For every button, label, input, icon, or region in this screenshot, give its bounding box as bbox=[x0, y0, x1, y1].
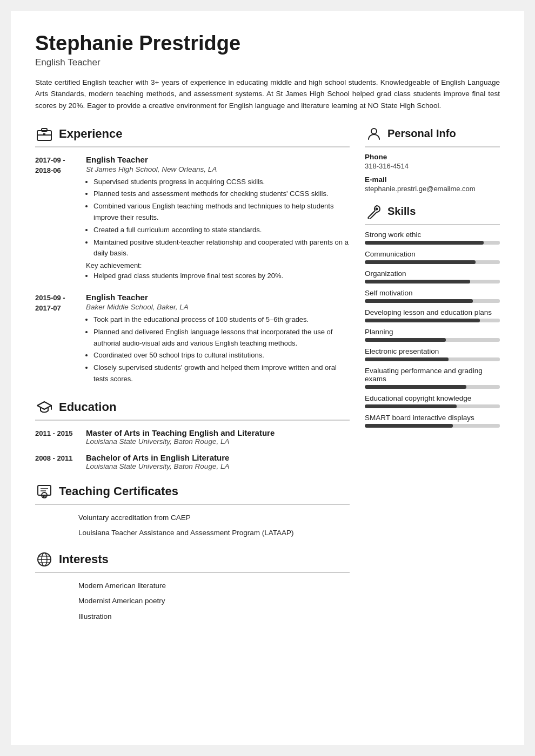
exp-bullet-0-4: Maintained positive student-teacher rela… bbox=[93, 237, 350, 260]
certificates-icon bbox=[35, 482, 54, 501]
education-section: Education 2011 - 2015Master of Arts in T… bbox=[35, 398, 350, 470]
edu-degree-0: Master of Arts in Teaching English and L… bbox=[86, 428, 350, 437]
skill-bar-container-5 bbox=[365, 338, 500, 342]
skill-name-8: Educational copyright knowledge bbox=[365, 394, 500, 402]
skill-item-0: Strong work ethic bbox=[365, 231, 500, 245]
exp-school-0: St James High School, New Orleans, LA bbox=[86, 165, 350, 173]
email-label: E-mail bbox=[365, 176, 500, 184]
exp-school-1: Baker Middle School, Baker, LA bbox=[86, 303, 350, 311]
skill-item-6: Electronic presentation bbox=[365, 347, 500, 361]
edu-content-0: Master of Arts in Teaching English and L… bbox=[86, 428, 350, 446]
interest-items: Modern American literatureModernist Amer… bbox=[35, 580, 350, 622]
email-value: stephanie.prestri.ge@emailme.com bbox=[365, 185, 500, 193]
skill-item-3: Self motivation bbox=[365, 289, 500, 303]
skill-name-7: Evaluating performance and grading exams bbox=[365, 367, 500, 383]
interests-title: Interests bbox=[59, 552, 109, 566]
education-section-header: Education bbox=[35, 398, 350, 416]
skill-bar-fill-9 bbox=[365, 424, 453, 428]
interests-icon bbox=[35, 550, 54, 569]
skill-name-9: SMART board interactive displays bbox=[365, 414, 500, 422]
svg-point-17 bbox=[371, 129, 377, 134]
skill-name-3: Self motivation bbox=[365, 289, 500, 297]
resume: Stephanie Prestridge English Teacher Sta… bbox=[11, 11, 524, 745]
experience-entry-0: 2017-09 - 2018-06English TeacherSt James… bbox=[35, 155, 350, 283]
skill-bar-container-9 bbox=[365, 424, 500, 428]
skill-bar-container-1 bbox=[365, 260, 500, 264]
exp-bullet-1-2: Coordinated over 50 school trips to cult… bbox=[93, 350, 350, 361]
edu-content-1: Bachelor of Arts in English LiteratureLo… bbox=[86, 453, 350, 470]
experience-section-header: Experience bbox=[35, 125, 350, 143]
skill-item-1: Communication bbox=[365, 250, 500, 264]
experience-entry-1: 2015-09 - 2017-07English TeacherBaker Mi… bbox=[35, 293, 350, 386]
edu-school-1: Louisiana State University, Baton Rouge,… bbox=[86, 462, 350, 470]
personal-info-title: Personal Info bbox=[387, 127, 456, 140]
education-entry-1: 2008 - 2011Bachelor of Arts in English L… bbox=[35, 453, 350, 470]
skill-bar-container-7 bbox=[365, 385, 500, 389]
key-achievement-label-0: Key achievement: bbox=[86, 261, 350, 269]
experience-divider bbox=[35, 146, 350, 147]
interest-item-0: Modern American literature bbox=[35, 580, 350, 591]
candidate-title: English Teacher bbox=[35, 57, 500, 68]
experience-title: Experience bbox=[59, 127, 122, 141]
phone-value: 318-316-4514 bbox=[365, 162, 500, 170]
candidate-summary: State certified English teacher with 3+ … bbox=[35, 77, 500, 112]
skill-bar-container-8 bbox=[365, 404, 500, 408]
exp-date-1: 2015-09 - 2017-07 bbox=[35, 293, 78, 386]
edu-school-0: Louisiana State University, Baton Rouge,… bbox=[86, 437, 350, 446]
candidate-name: Stephanie Prestridge bbox=[35, 32, 500, 55]
interests-section-header: Interests bbox=[35, 550, 350, 569]
education-divider bbox=[35, 420, 350, 421]
edu-date-1: 2008 - 2011 bbox=[35, 453, 78, 470]
skills-title: Skills bbox=[387, 205, 416, 218]
exp-bullet-1-1: Planned and delivered English language l… bbox=[93, 327, 350, 349]
exp-content-1: English TeacherBaker Middle School, Bake… bbox=[86, 293, 350, 386]
svg-marker-4 bbox=[37, 402, 51, 409]
skill-name-0: Strong work ethic bbox=[365, 231, 500, 239]
skill-item-8: Educational copyright knowledge bbox=[365, 394, 500, 408]
education-title: Education bbox=[59, 400, 116, 414]
edu-date-0: 2011 - 2015 bbox=[35, 428, 78, 446]
svg-rect-1 bbox=[42, 129, 47, 131]
experience-entries: 2017-09 - 2018-06English TeacherSt James… bbox=[35, 155, 350, 386]
skill-name-6: Electronic presentation bbox=[365, 347, 500, 355]
skill-bar-container-4 bbox=[365, 319, 500, 322]
personal-info-header: Personal Info bbox=[365, 125, 500, 143]
skills-icon bbox=[365, 202, 383, 221]
certificates-divider bbox=[35, 504, 350, 505]
exp-job-title-1: English Teacher bbox=[86, 293, 350, 302]
skill-bar-fill-5 bbox=[365, 338, 446, 342]
skill-bar-container-0 bbox=[365, 241, 500, 245]
personal-info-divider bbox=[365, 146, 500, 147]
two-column-layout: Experience 2017-09 - 2018-06English Teac… bbox=[35, 125, 500, 634]
svg-point-18 bbox=[376, 207, 378, 210]
skill-bar-fill-7 bbox=[365, 385, 466, 389]
skill-item-2: Organization bbox=[365, 269, 500, 284]
skills-header: Skills bbox=[365, 202, 500, 221]
skill-item-4: Developing lesson and education plans bbox=[365, 308, 500, 322]
certificates-title: Teaching Certificates bbox=[59, 484, 178, 498]
skill-bar-fill-4 bbox=[365, 319, 480, 322]
skill-item-5: Planning bbox=[365, 328, 500, 342]
interests-divider bbox=[35, 572, 350, 573]
skills-list: Strong work ethicCommunicationOrganizati… bbox=[365, 231, 500, 428]
skill-name-5: Planning bbox=[365, 328, 500, 336]
skill-name-1: Communication bbox=[365, 250, 500, 258]
exp-content-0: English TeacherSt James High School, New… bbox=[86, 155, 350, 283]
exp-job-title-0: English Teacher bbox=[86, 155, 350, 164]
interest-item-2: Illustration bbox=[35, 611, 350, 622]
cert-item-1: Louisiana Teacher Assistance and Assessm… bbox=[35, 528, 350, 538]
svg-rect-6 bbox=[38, 485, 51, 495]
skills-section: Skills Strong work ethicCommunicationOrg… bbox=[365, 202, 500, 428]
skill-bar-fill-0 bbox=[365, 241, 484, 245]
exp-date-0: 2017-09 - 2018-06 bbox=[35, 155, 78, 283]
edu-degree-1: Bachelor of Arts in English Literature bbox=[86, 453, 350, 462]
skill-name-2: Organization bbox=[365, 269, 500, 278]
skill-name-4: Developing lesson and education plans bbox=[365, 308, 500, 316]
exp-bullet-1-3: Closely supervised students' growth and … bbox=[93, 362, 350, 385]
education-entry-0: 2011 - 2015Master of Arts in Teaching En… bbox=[35, 428, 350, 446]
personal-info-section: Personal Info Phone 318-316-4514 E-mail … bbox=[365, 125, 500, 193]
skill-bar-fill-2 bbox=[365, 280, 470, 284]
personal-info-icon bbox=[365, 125, 383, 143]
exp-bullet-0-1: Planned tests and assessment methods for… bbox=[93, 188, 350, 200]
skill-item-9: SMART board interactive displays bbox=[365, 414, 500, 428]
